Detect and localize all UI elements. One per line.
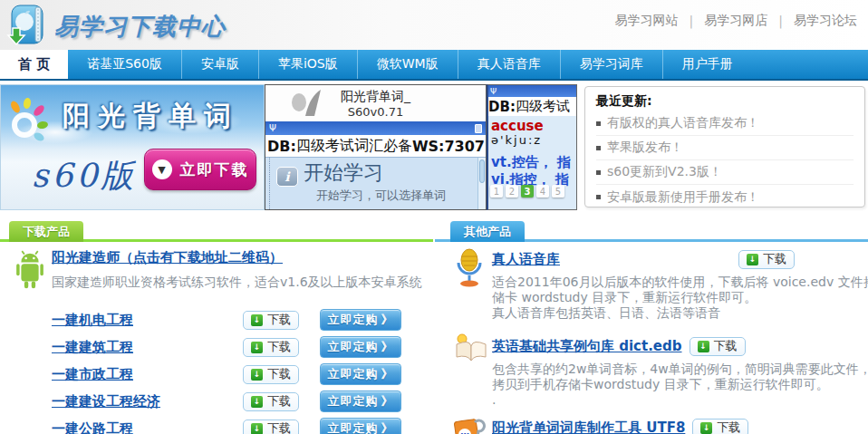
link-separator: | [690, 14, 694, 28]
download-arrow-icon: ↓ [251, 423, 263, 434]
chevron-icon: 》 [381, 366, 394, 382]
voice-library-link[interactable]: 真人语音库 [492, 251, 560, 268]
site-title: 易学习下载中心 [54, 11, 226, 43]
toolbook-icon: w [453, 417, 487, 434]
site-logo[interactable]: 易学习下载中心 [5, 3, 226, 50]
product-row: 一建机电工程 ↓ 下载 立即定购 》 [0, 306, 433, 333]
feature-product-description: 国家建造师职业资格考试练习软件，适合v1.6及以上版本安卓系统 [52, 275, 433, 291]
product-link[interactable]: 一建机电工程 [52, 312, 133, 329]
nav-item-user-manual[interactable]: 用户手册 [662, 50, 752, 79]
download-button[interactable]: ↓ 下载 [738, 250, 795, 269]
link-yixuexi-shop[interactable]: 易学习网店 [704, 13, 767, 29]
android-robot-icon [11, 250, 49, 295]
download-arrow-icon: ↓ [698, 341, 709, 352]
product-rows: 一建机电工程 ↓ 下载 立即定购 》 一建建筑工程 ↓ 下载 立即定购 [0, 306, 433, 434]
banner-row: 阳光背单词 s60版 ▼ 立即下载 阳光背单词_ S60v0.71 Ψ [0, 84, 868, 210]
page-3-active[interactable]: 3 [521, 185, 534, 198]
example-db-desc-line: 包含共享的约2w单词音标，4w单词的例句，简明词典需要此文件，下 [492, 362, 868, 377]
word-phonetic: ə'kju:z [491, 133, 576, 147]
download-arrow-icon: ↓ [251, 369, 263, 381]
svg-text:w: w [460, 430, 468, 434]
nav-item-android[interactable]: 安卓版 [181, 50, 258, 79]
link-yixuexi-website[interactable]: 易学习网站 [615, 13, 679, 29]
product-link[interactable]: 一建建设工程经济 [52, 393, 160, 410]
product-row: 一建市政工程 ↓ 下载 立即定购 》 [0, 361, 433, 388]
download-arrow-icon: ▼ [152, 159, 172, 179]
chevron-icon: 》 [381, 420, 394, 434]
chevron-icon: 》 [381, 393, 394, 410]
product-link[interactable]: 一建市政工程 [52, 366, 133, 383]
section-tab-others[interactable]: 其他产品 [450, 221, 525, 242]
other-products-section: 其他产品 真人语音库 ↓ 下载 适合2011年06月以 [435, 222, 868, 434]
phone1-statusbar: Ψ [265, 121, 486, 135]
product-row: 一建建筑工程 ↓ 下载 立即定购 》 [0, 333, 433, 361]
page-2[interactable]: 2 [506, 185, 518, 198]
download-arrow-icon: ↓ [251, 342, 263, 353]
example-db-desc-line: 拷贝到手机存储卡wordstudy 目录下，重新运行软件即可。 [492, 377, 868, 392]
other-item-example-db: 英语基础共享例句库 dict.edb ↓ 下载 包含共享的约2w单词音标，4w单… [435, 335, 868, 408]
recent-updates-box: 最近更新: 有版权的真人语音库发布！ 苹果版发布！ s60更新到V2.3版！ 安… [584, 86, 865, 207]
info-icon: i [276, 167, 298, 187]
order-now-button[interactable]: 立即定购 》 [320, 391, 401, 412]
nav-item-word-library[interactable]: 易学习词库 [560, 50, 662, 79]
order-now-button[interactable]: 立即定购 》 [320, 309, 401, 331]
word-meaning-vt: vt.控告， 指 [491, 154, 576, 171]
link-yixuexi-forum[interactable]: 易学习论坛 [794, 13, 857, 29]
feature-product-link[interactable]: 阳光建造师（点击有下载地址二维码） [52, 249, 283, 265]
download-button[interactable]: ↓ 下载 [243, 365, 299, 384]
product-link[interactable]: 一建建筑工程 [52, 339, 133, 356]
nav-item-home[interactable]: 首 页 [0, 50, 68, 79]
app-logo-icon [289, 89, 323, 121]
download-button[interactable]: ↓ 下载 [690, 337, 746, 356]
phone1-db-row: DB: 四级考试词汇必备 WS:7307 [265, 135, 486, 157]
download-arrow-icon: ↓ [747, 254, 758, 265]
download-button[interactable]: ↓ 下载 [243, 420, 299, 434]
nav-item-nokia-s60[interactable]: 诺基亚S60版 [68, 50, 181, 79]
phone1-header: 阳光背单词_ S60v0.71 [265, 85, 486, 121]
download-button[interactable]: ↓ 下载 [692, 419, 748, 434]
example-db-desc-line: . [492, 392, 868, 408]
banner-download-button[interactable]: ▼ 立即下载 [144, 149, 256, 190]
download-button[interactable]: ↓ 下载 [243, 338, 299, 357]
update-item[interactable]: 安卓版最新使用手册发布！ [596, 185, 854, 209]
update-item[interactable]: 有版权的真人语音库发布！ [596, 111, 854, 136]
voice-library-desc-line: 真人语音库包括英语、日语、法语等语音 [492, 305, 868, 321]
example-db-link[interactable]: 英语基础共享例句库 dict.edb [492, 338, 682, 355]
update-item[interactable]: 苹果版发布！ [596, 136, 854, 160]
download-arrow-icon: ↓ [251, 396, 263, 408]
main-nav: 首 页 诺基亚S60版 安卓版 苹果iOS版 微软WM版 真人语音库 易学习词库… [0, 50, 868, 81]
recent-updates-title: 最近更新: [596, 93, 854, 110]
order-now-button[interactable]: 立即定购 》 [320, 418, 401, 434]
product-banner: 阳光背单词 s60版 ▼ 立即下载 [0, 84, 265, 210]
product-link[interactable]: 一建公路工程 [52, 420, 133, 434]
menu-item-subtitle: 开始学习，可以选择单词 [316, 188, 446, 204]
top-links: 易学习网站 | 易学习网店 | 易学习论坛 [615, 13, 857, 29]
antenna-icon: Ψ [269, 123, 276, 133]
order-now-button[interactable]: 立即定购 》 [320, 363, 401, 385]
page-5[interactable]: 5 [552, 185, 564, 198]
open-book-icon [453, 332, 489, 368]
battery-icon [475, 124, 482, 133]
nav-item-ios[interactable]: 苹果iOS版 [258, 50, 357, 79]
page-1[interactable]: 1 [490, 185, 503, 198]
page: 易学习下载中心 易学习网站 | 易学习网店 | 易学习论坛 首 页 诺基亚S60… [0, 0, 868, 434]
app-version: S60v0.71 [348, 105, 403, 119]
download-button[interactable]: ↓ 下载 [243, 392, 299, 411]
order-now-button[interactable]: 立即定购 》 [320, 336, 401, 358]
nav-item-voice-library[interactable]: 真人语音库 [458, 50, 560, 79]
download-arrow-icon: ↓ [251, 314, 263, 326]
banner-product-title: 阳光背单词 [63, 98, 239, 135]
phone2-statusbar: Ψ [488, 85, 576, 97]
page-4[interactable]: 4 [536, 185, 549, 198]
download-button[interactable]: ↓ 下载 [243, 311, 299, 330]
section-header-others: 其他产品 [435, 222, 868, 242]
chevron-icon: 》 [381, 339, 394, 355]
nav-item-wm[interactable]: 微软WM版 [357, 50, 458, 79]
microphone-icon [453, 248, 486, 292]
bullet-icon [596, 121, 601, 126]
section-tab-downloads[interactable]: 下载产品 [9, 221, 83, 242]
update-item[interactable]: s60更新到V2.3版！ [596, 160, 854, 185]
feature-product: 阳光建造师（点击有下载地址二维码） 国家建造师职业资格考试练习软件，适合v1.6… [0, 248, 433, 291]
dict-tool-link[interactable]: 阳光背单词词库制作工具 UTF8 [492, 420, 685, 434]
scrollbar [477, 158, 486, 210]
